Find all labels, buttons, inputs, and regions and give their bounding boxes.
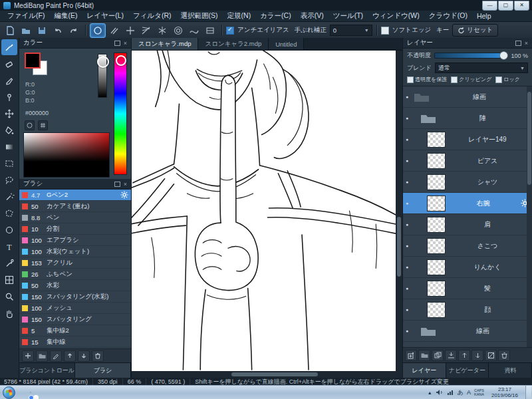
guide-snap-icon[interactable] <box>203 24 217 37</box>
tab-materials[interactable]: 資料 <box>489 363 532 378</box>
tab-layers[interactable]: レイヤー <box>403 363 446 378</box>
value-slider[interactable] <box>98 54 107 98</box>
layer-row[interactable]: ●肩 <box>403 214 532 235</box>
close-button[interactable]: ✕ <box>514 1 529 11</box>
visibility-icon[interactable]: ● <box>406 201 414 205</box>
ime-mode-indicator[interactable]: A <box>467 389 471 396</box>
clipping-checkbox[interactable]: クリッピング <box>451 76 491 83</box>
brush-folder-icon[interactable] <box>36 350 48 362</box>
brush-up-icon[interactable] <box>64 350 76 362</box>
brush-item[interactable]: 100メッシュ <box>19 303 131 314</box>
layer-row-selected[interactable]: ●右腕 <box>403 193 532 214</box>
layer-scrollbar[interactable] <box>527 86 532 347</box>
fill-tool[interactable] <box>1 122 17 138</box>
layer-row[interactable]: ●さこつ <box>403 235 532 257</box>
opacity-slider[interactable] <box>434 53 507 59</box>
save-icon[interactable] <box>35 24 49 37</box>
brush-item[interactable]: 4.7Gペン2 <box>19 190 131 201</box>
layer-row[interactable]: ●線画 <box>403 86 532 108</box>
lasso-tool[interactable] <box>1 172 17 188</box>
merge-down-icon[interactable] <box>445 350 457 361</box>
document-tab-3[interactable]: Untitled <box>269 38 304 50</box>
menu-window[interactable]: ウィンドウ(W) <box>368 11 424 21</box>
brush-down-icon[interactable] <box>78 350 90 362</box>
menu-select[interactable]: 選択範囲(S) <box>176 11 223 21</box>
popout-icon[interactable] <box>114 182 120 187</box>
menu-layer[interactable]: レイヤー(L) <box>82 11 128 21</box>
add-layer-icon[interactable] <box>405 350 417 361</box>
visibility-icon[interactable]: ● <box>406 94 414 99</box>
brush-item[interactable]: 26ふちペン <box>19 269 131 280</box>
start-button[interactable] <box>3 386 15 399</box>
clear-layer-icon[interactable] <box>485 350 497 361</box>
edit-brush-icon[interactable] <box>50 350 62 362</box>
ime-hiragana-indicator[interactable]: あ <box>458 388 464 397</box>
protect-alpha-checkbox[interactable]: 透明度を保護 <box>407 76 447 83</box>
layer-scroll-thumb[interactable] <box>527 92 531 185</box>
color-wheel-icon[interactable] <box>25 120 35 130</box>
circle-snap-icon[interactable] <box>171 24 186 37</box>
visibility-icon[interactable]: ● <box>406 307 414 312</box>
snap-off-icon[interactable] <box>90 23 106 38</box>
brush-item[interactable]: 50カケアミ(重ね) <box>19 201 131 212</box>
visibility-icon[interactable]: ● <box>406 329 414 333</box>
show-desktop-button[interactable] <box>525 386 531 399</box>
hue-slider[interactable] <box>114 53 127 175</box>
taskbar-clock[interactable]: 23:17 2019/06/16 <box>487 386 522 398</box>
pen-tool[interactable] <box>1 72 17 88</box>
close-icon[interactable]: × <box>124 40 127 47</box>
menu-help[interactable]: Help <box>472 12 496 20</box>
blend-select[interactable]: 通常 ▼ <box>435 63 528 73</box>
zoom-tool[interactable] <box>1 289 17 305</box>
foreground-color-swatch[interactable] <box>25 53 41 68</box>
select-tool[interactable] <box>1 156 17 172</box>
visibility-icon[interactable]: ● <box>406 265 414 269</box>
menu-edit[interactable]: 編集(E) <box>49 11 82 21</box>
brush-tool[interactable] <box>1 39 17 55</box>
menu-cloud[interactable]: クラウド(O) <box>424 11 472 21</box>
network-icon[interactable] <box>447 389 454 396</box>
saturation-value-picker[interactable] <box>23 132 110 178</box>
layer-row[interactable]: ●ピアス <box>403 150 532 172</box>
vertical-scroll-thumb[interactable] <box>397 217 401 277</box>
visibility-icon[interactable]: ● <box>406 137 414 142</box>
duplicate-layer-icon[interactable] <box>432 350 444 361</box>
divide-tool[interactable] <box>1 272 17 288</box>
smudge-tool[interactable] <box>1 89 17 105</box>
popout-icon[interactable] <box>114 41 120 46</box>
move-tool[interactable] <box>1 106 17 122</box>
visibility-icon[interactable]: ● <box>406 243 414 248</box>
visibility-icon[interactable]: ● <box>406 286 414 291</box>
document-tab-1[interactable]: スロンキャラ.mdp <box>132 38 198 50</box>
brush-item[interactable]: 153アクリル <box>19 257 131 269</box>
layer-row[interactable]: ●シャツ <box>403 172 532 193</box>
taskbar-app-explorer[interactable] <box>21 392 22 393</box>
layer-row[interactable]: ●レイヤー149 <box>403 129 532 150</box>
canvas[interactable] <box>132 51 396 371</box>
stabilizer-select[interactable]: 0 ▼ <box>330 25 372 36</box>
magic-wand-tool[interactable] <box>1 189 17 205</box>
curve-snap-icon[interactable] <box>187 24 201 37</box>
brush-item[interactable]: 50水彩 <box>19 280 131 291</box>
menu-view[interactable]: 表示(V) <box>296 11 329 21</box>
taskbar-app-paint[interactable] <box>35 392 36 393</box>
visibility-icon[interactable]: ● <box>406 222 414 227</box>
antialias-checkbox[interactable] <box>226 27 234 35</box>
softedge-checkbox[interactable] <box>381 27 389 35</box>
reset-button[interactable]: リセット <box>452 24 498 37</box>
shape-tool[interactable] <box>1 222 17 238</box>
add-brush-icon[interactable] <box>22 350 34 362</box>
parallel-snap-icon[interactable] <box>107 24 122 37</box>
visibility-icon[interactable]: ● <box>406 180 414 184</box>
text-tool[interactable]: T <box>1 239 17 255</box>
lock-checkbox[interactable]: ロック <box>495 76 520 83</box>
layer-row[interactable]: ●陣 <box>403 108 532 129</box>
redo-icon[interactable] <box>66 24 81 37</box>
open-icon[interactable] <box>19 24 33 37</box>
undo-icon[interactable] <box>51 24 65 37</box>
tab-brush-control[interactable]: ブラシコントロール <box>19 363 75 378</box>
layer-down-icon[interactable] <box>471 350 483 361</box>
eyedropper-tool[interactable] <box>1 255 17 271</box>
visibility-icon[interactable]: ● <box>406 158 414 163</box>
brush-item[interactable]: 150スパッタリング(水彩) <box>19 291 131 303</box>
